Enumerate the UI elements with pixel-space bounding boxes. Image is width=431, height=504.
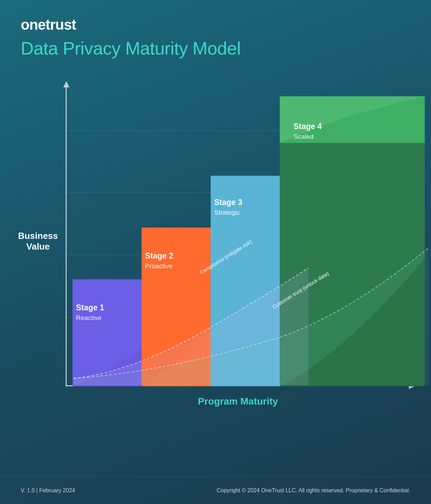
stage1-label: Stage 1 Reactive bbox=[76, 302, 104, 322]
stage2-label: Stage 2 Proactive bbox=[145, 250, 173, 271]
x-axis-label: Program Maturity bbox=[198, 396, 278, 407]
chart-inner: Stage 1 Reactive Stage 2 Proactive Stage… bbox=[66, 86, 410, 386]
footer-copyright: Copyright © 2024 OneTrust LLC. All right… bbox=[217, 487, 410, 494]
stage4-label: Stage 4 Scaled bbox=[294, 121, 322, 141]
page-title: Data Privacy Maturity Model bbox=[21, 39, 410, 58]
chart-area: Business Value bbox=[21, 76, 410, 407]
bar-stage1 bbox=[73, 279, 142, 386]
y-axis bbox=[66, 86, 67, 386]
header: onetrust Data Privacy Maturity Model bbox=[0, 0, 431, 65]
logo: onetrust bbox=[21, 17, 410, 33]
footer-version: V. 1.0 | February 2024 bbox=[21, 487, 75, 494]
footer: V. 1.0 | February 2024 Copyright © 2024 … bbox=[0, 476, 431, 504]
bar-stage4 bbox=[280, 120, 425, 386]
y-axis-label: Business Value bbox=[17, 231, 59, 252]
stage3-label: Stage 3 Strategic bbox=[214, 197, 242, 217]
